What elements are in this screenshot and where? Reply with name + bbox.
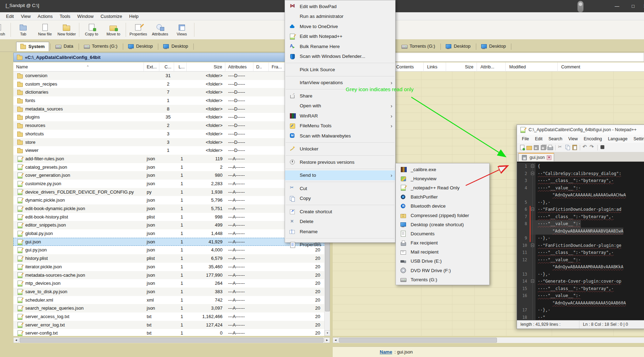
fold-box-icon[interactable] <box>531 244 534 247</box>
code-text[interactable]: { <box>536 163 540 170</box>
code-text[interactable]: "AdnQywACAAAAAALaAAAAGwAACHwA <box>536 191 626 199</box>
titlebar-slider-widget[interactable] <box>577 1 584 13</box>
code-text[interactable]: "AdnQywACAAAAAANOAAAA5QAAB60A <box>536 299 626 307</box>
menu-item-rename[interactable]: Rename <box>285 227 395 237</box>
column-header-comment[interactable]: Comment <box>557 62 580 72</box>
menu-item-share[interactable]: Share <box>285 91 395 101</box>
menu-item-restore-previous-versions[interactable]: Restore previous versions <box>285 157 395 167</box>
tab-button[interactable]: Tab <box>12 23 34 36</box>
menu-item-scan-with-windows-defender[interactable]: Scan with Windows Defender... <box>285 52 395 62</box>
new-folder-button[interactable]: New folder <box>56 23 78 36</box>
saveall-icon[interactable] <box>540 144 546 150</box>
fold-box-icon[interactable] <box>531 279 534 283</box>
tab-desktop[interactable]: Desktop <box>442 42 475 51</box>
file-row-server-error-log-txt[interactable]: server_error_log.txttxt1127,424---A-----… <box>13 321 324 329</box>
column-header-c[interactable]: C... <box>159 62 174 71</box>
file-row-metadata-sources-cache-json[interactable]: metadata-sources-cache.jsonjson1177,990-… <box>13 271 324 279</box>
code-text[interactable]: ··},· <box>536 271 550 278</box>
file-row-shortcuts[interactable]: shortcuts3<folder>----D----- <box>13 130 324 138</box>
menu-item-winrar[interactable]: WinRAR› <box>285 111 395 121</box>
minimize-button[interactable]: — <box>609 0 625 12</box>
copy-to-button[interactable]: Copy to <box>81 23 102 36</box>
menu-item-torrents-g[interactable]: Torrents (G:) <box>396 275 489 284</box>
horizontal-scrollbar-right[interactable]: ◀ <box>333 337 644 343</box>
file-row-iterator-pickle-json[interactable]: iterator.pickle.jsonjson135,460---A-----… <box>13 263 324 271</box>
notepad-menu-search[interactable]: Search <box>546 136 565 142</box>
file-row-server-access-log-txt[interactable]: server_access_log.txttxt11,162,466---A--… <box>13 312 324 321</box>
horizontal-scrollbar-left[interactable]: ◀ ▶ <box>13 337 330 343</box>
menu-item-run-as-administrator[interactable]: Run as administrator <box>285 12 395 22</box>
scrollbar-thumb[interactable] <box>339 338 497 343</box>
code-text[interactable]: ····"__class__":·"bytearray",· <box>536 213 614 221</box>
file-row-cover-generation-json[interactable]: cover_generation.jsonjson1980---A------ <box>13 171 324 180</box>
menu-item-cut[interactable]: Cut <box>285 183 395 194</box>
tab-torrents-g[interactable]: Torrents (G:) <box>398 42 439 51</box>
file-row-plugins[interactable]: plugins35<folder>----D----- <box>13 113 324 121</box>
tab-desktop[interactable]: Desktop <box>477 42 510 51</box>
code-text[interactable]: ··"CalibreSpy:calibrespy_dialog": <box>536 170 621 177</box>
editor-area[interactable]: 1{2··"CalibreSpy:calibrespy_dialog":3···… <box>517 162 644 321</box>
code-text[interactable]: ····"__value__":· <box>536 220 581 228</box>
file-row-fonts[interactable]: fonts1<folder>----D----- <box>13 96 324 105</box>
refresh-button[interactable]: Refresh <box>0 23 9 36</box>
menu-item-open-with[interactable]: Open with› <box>285 101 395 111</box>
code-text[interactable]: ··"FanFictionDownLoader·plugin:ad <box>536 206 621 213</box>
open-icon[interactable] <box>526 144 532 150</box>
code-text[interactable]: ··},· <box>536 235 550 242</box>
menu-item-create-shortcut[interactable]: Create shortcut <box>285 207 395 217</box>
code-text[interactable]: "AdnQywABAAAAAM0AAABvAAABKkA <box>536 263 623 271</box>
tab-desktop[interactable]: Desktop <box>124 42 157 51</box>
menu-item-pick-link-source[interactable]: Pick Link Source <box>285 65 395 75</box>
menu-item-edit-with-bowpad[interactable]: Edit with BowPad <box>285 1 395 12</box>
code-text[interactable]: ····"__value__":· <box>536 256 581 264</box>
menu-actions[interactable]: Actions <box>34 13 56 20</box>
file-row-gui-py-json[interactable]: gui.py.jsonjson14,000---A------20 <box>13 246 324 254</box>
properties-button[interactable]: Properties <box>127 23 149 36</box>
file-row-custom-recipes[interactable]: custom_recipes2<folder>----D----- <box>13 80 324 88</box>
scroll-left-button[interactable]: ◀ <box>13 337 19 343</box>
code-text[interactable]: ··" <box>536 314 545 321</box>
file-row-device-drivers-folder-device-for-config-py[interactable]: device_drivers_FOLDER_DEVICE_FOR_CONFIG.… <box>13 188 324 196</box>
menu-customize[interactable]: Customize <box>98 13 125 20</box>
menu-item-properties[interactable]: Properties <box>285 240 395 250</box>
menu-item-copy[interactable]: Copy <box>285 194 395 204</box>
file-row-history-plist[interactable]: history.plistplist16,579---A------20 <box>13 254 324 263</box>
notepad-menu-settings[interactable]: Settings <box>631 136 644 142</box>
menu-window[interactable]: Window <box>74 13 97 20</box>
notepad-menu-view[interactable]: View <box>565 136 580 142</box>
menu-item-calibre-exe[interactable]: _calibre.exe <box>396 165 489 174</box>
menu-item-send-to[interactable]: Send to› <box>285 170 395 181</box>
notepad-menu-edit[interactable]: Edit <box>532 136 545 142</box>
notepad-menu-file[interactable]: File <box>519 136 532 142</box>
tab-close-icon[interactable]: ✕ <box>547 155 551 160</box>
tab-gui-json[interactable]: gui.json ✕ <box>518 153 554 161</box>
column-header-attributes[interactable]: Attributes <box>225 62 253 71</box>
file-row-server-config-txt[interactable]: server-config.txttxt10---A------20 <box>13 329 324 336</box>
menu-item-honeyview[interactable]: _Honeyview <box>396 174 489 183</box>
attributes-button[interactable]: Attributes <box>149 23 171 36</box>
menu-view[interactable]: View <box>18 13 34 20</box>
file-row-customize-py-json[interactable]: customize.py.jsonjson12,283---A------ <box>13 180 324 188</box>
address-bar[interactable]: «C:\_AppData\Calibre\Config_64bit <box>13 53 324 62</box>
file-row-viewer[interactable]: viewer1<folder>----D----- <box>13 146 324 155</box>
menu-tools[interactable]: Tools <box>57 13 73 20</box>
column-header-ext[interactable]: Ext... <box>144 62 159 71</box>
code-text[interactable]: ··"FanFictionDownLoader·plugin:ge <box>536 242 621 249</box>
close-button[interactable]: ✕ <box>637 0 644 12</box>
menu-help[interactable]: Help <box>126 13 142 20</box>
tab-data[interactable]: Data <box>52 42 77 51</box>
menu-item-bluetooth-device[interactable]: Bluetooth device <box>396 202 489 211</box>
code-text[interactable]: ··"Generate·Cover·plugin:cover·op <box>536 278 621 285</box>
fold-box-icon[interactable] <box>531 208 534 211</box>
file-row-conversion[interactable]: conversion31<folder>----D----- <box>13 72 324 80</box>
code-text[interactable]: ····"__class__":·"bytearray",· <box>536 285 614 292</box>
column-header-size[interactable]: Size <box>446 62 476 72</box>
new-icon[interactable] <box>519 144 525 150</box>
paste-icon[interactable] <box>572 144 578 150</box>
save-icon[interactable] <box>533 144 539 150</box>
menu-item-notepad-read-only[interactable]: _notepad++ Read Only <box>396 183 489 192</box>
column-header-attrib[interactable]: Attrib... <box>477 62 494 72</box>
tab-system[interactable]: System <box>16 42 49 51</box>
fold-box-icon[interactable] <box>531 164 534 168</box>
file-row-resources[interactable]: resources2<folder>----D----- <box>13 121 324 130</box>
